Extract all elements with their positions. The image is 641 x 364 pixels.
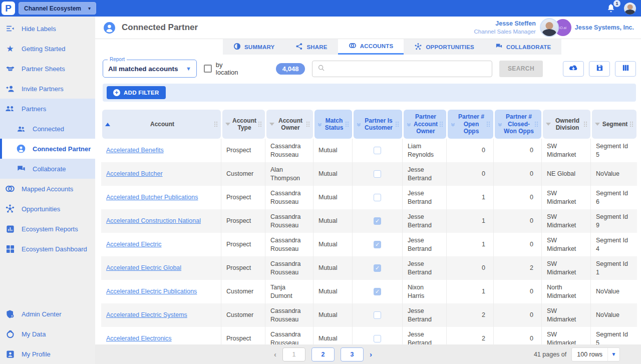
search-button[interactable]: SEARCH: [499, 61, 543, 77]
open-opps-cell: 0: [447, 162, 494, 186]
columns-button[interactable]: [615, 61, 636, 77]
partner-is-customer-checkbox[interactable]: [374, 194, 381, 201]
partner-is-customer-checkbox[interactable]: [374, 170, 381, 178]
column-header-partner-is-customer[interactable]: Partner Is Customer: [353, 110, 403, 139]
opportunities-icon: [5, 204, 15, 214]
search-input[interactable]: [329, 65, 487, 73]
tab-accounts[interactable]: ACCOUNTS: [338, 39, 404, 55]
table-row[interactable]: Accelerated Butcher Customer Alan Thomps…: [101, 162, 637, 186]
drag-handle-icon[interactable]: [583, 121, 587, 127]
sidebar-item-admin-center[interactable]: Admin Center: [0, 304, 95, 324]
table-row[interactable]: Accelerated Electronics Prospect Cassand…: [101, 327, 637, 344]
account-link[interactable]: Accelerated Benefits: [106, 146, 164, 154]
account-link[interactable]: Accelerated Electric: [106, 240, 161, 248]
notifications-button[interactable]: 1: [606, 3, 617, 14]
partner-is-customer-checkbox[interactable]: [374, 241, 381, 248]
sidebar-item-my-data[interactable]: My Data: [0, 324, 95, 344]
drag-handle-icon[interactable]: [258, 121, 262, 127]
page-button-1[interactable]: 1: [282, 347, 305, 361]
sidebar-item-invite-partners[interactable]: Invite Partners: [0, 79, 95, 99]
sidebar-item-partner-sheets[interactable]: Partner Sheets: [0, 59, 95, 79]
sort-icon[interactable]: [545, 123, 552, 126]
drag-handle-icon[interactable]: [439, 121, 443, 127]
drag-handle-icon[interactable]: [345, 121, 349, 127]
partner-is-customer-checkbox[interactable]: [374, 288, 381, 295]
account-link[interactable]: Accelerated Electric Systems: [106, 311, 187, 319]
partner-is-customer-checkbox[interactable]: [374, 335, 381, 342]
sort-asc-icon[interactable]: [104, 123, 111, 126]
partnertap-logo[interactable]: P: [2, 2, 15, 15]
drag-handle-icon[interactable]: [486, 121, 490, 127]
table-row[interactable]: Accelerated Electric Prospect Cassandra …: [101, 233, 637, 256]
sidebar-item-opportunities[interactable]: Opportunities: [0, 199, 95, 219]
workspace-selector[interactable]: Channel Ecosystem ▾: [19, 2, 96, 15]
table-row[interactable]: Accelerated Electric Systems Customer Ca…: [101, 303, 637, 327]
tab-summary[interactable]: SUMMARY: [223, 39, 285, 55]
drag-handle-icon[interactable]: [395, 121, 399, 127]
sort-icon[interactable]: [497, 122, 504, 127]
report-select[interactable]: Report All matched accounts ▼: [103, 60, 197, 78]
sidebar-item-collaborate[interactable]: Collaborate: [0, 159, 95, 179]
sort-icon[interactable]: [356, 122, 363, 127]
partner-is-customer-checkbox[interactable]: [374, 147, 381, 154]
page-button-3[interactable]: 3: [341, 347, 364, 361]
column-header-partner-closed-won-opps[interactable]: Partner # Closed-Won Opps: [494, 110, 542, 139]
column-header-match-status[interactable]: Match Status: [313, 110, 353, 139]
sidebar-item-connected[interactable]: Connected: [0, 119, 95, 139]
column-header-account-type[interactable]: Account Type: [221, 110, 265, 139]
column-header-segment[interactable]: Segment: [591, 110, 637, 139]
tab-share[interactable]: SHARE: [285, 39, 338, 55]
drag-handle-icon[interactable]: [214, 121, 218, 127]
column-header-account[interactable]: Account: [101, 110, 221, 139]
column-header-account-owner[interactable]: Account Owner: [265, 110, 313, 139]
table-row[interactable]: Accelerated Construction National Prospe…: [101, 209, 637, 233]
sidebar-item-ecosystem-dashboard[interactable]: Ecosystem Dashboard: [0, 239, 95, 259]
sidebar-item-getting-started[interactable]: ★ Getting Started: [0, 39, 95, 59]
sort-icon[interactable]: [316, 122, 324, 127]
tab-collaborate[interactable]: COLLABORATE: [485, 39, 562, 55]
partner-user-avatar[interactable]: [540, 18, 559, 37]
account-link[interactable]: Accelerated Electric Global: [106, 264, 181, 272]
rows-per-page-select[interactable]: 100 rows ▼: [571, 347, 620, 361]
next-page-icon[interactable]: ›: [370, 350, 372, 358]
table-row[interactable]: Accelerated Electric Publications Custom…: [101, 280, 637, 303]
export-button[interactable]: [563, 61, 584, 77]
search-field[interactable]: [312, 61, 492, 77]
user-avatar[interactable]: [624, 3, 636, 15]
sort-icon[interactable]: [268, 123, 275, 126]
sort-icon[interactable]: [224, 123, 231, 126]
sort-icon[interactable]: [450, 122, 457, 127]
account-link[interactable]: Accelerated Electric Publications: [106, 287, 197, 295]
add-filter-button[interactable]: + ADD FILTER: [107, 86, 166, 99]
sort-icon[interactable]: [594, 123, 601, 126]
by-location-checkbox[interactable]: [204, 65, 212, 73]
column-header-ownerid-division[interactable]: OwnerId Division: [542, 110, 591, 139]
sidebar-item-my-profile[interactable]: My Profile: [0, 344, 95, 364]
drag-handle-icon[interactable]: [534, 121, 538, 127]
table-row[interactable]: Accelerated Benefits Prospect Cassandra …: [101, 139, 637, 162]
table-row[interactable]: Accelerated Electric Global Prospect Cas…: [101, 256, 637, 280]
drag-handle-icon[interactable]: [629, 121, 633, 127]
account-link[interactable]: Accelerated Electronics: [106, 334, 172, 342]
page-button-2[interactable]: 2: [311, 347, 335, 361]
column-header-partner-account-owner[interactable]: Partner Account Owner: [403, 110, 447, 139]
account-link[interactable]: Accelerated Butcher Publications: [106, 193, 198, 201]
save-button[interactable]: [589, 61, 610, 77]
partner-is-customer-checkbox[interactable]: [374, 311, 381, 319]
prev-page-icon[interactable]: ‹: [274, 350, 276, 358]
account-link[interactable]: Accelerated Construction National: [106, 217, 201, 225]
tab-opportunities[interactable]: OPPORTUNITIES: [404, 39, 485, 55]
sidebar-item-partners[interactable]: Partners: [0, 99, 95, 119]
partner-is-customer-checkbox[interactable]: [374, 217, 381, 225]
account-link[interactable]: Accelerated Butcher: [106, 170, 163, 178]
by-location-toggle[interactable]: by location: [204, 61, 247, 76]
table-row[interactable]: Accelerated Butcher Publications Prospec…: [101, 186, 637, 209]
partner-is-customer-checkbox[interactable]: [374, 264, 381, 272]
sidebar-item-connected-partner[interactable]: Connected Partner: [0, 139, 95, 159]
sidebar-item-hide-labels[interactable]: Hide Labels: [0, 19, 95, 39]
drag-handle-icon[interactable]: [306, 121, 310, 127]
sidebar-item-ecosystem-reports[interactable]: Ecosystem Reports: [0, 219, 95, 239]
sort-icon[interactable]: [406, 122, 413, 127]
sidebar-item-mapped-accounts[interactable]: Mapped Accounts: [0, 179, 95, 199]
column-header-partner-open-opps[interactable]: Partner # Open Opps: [447, 110, 494, 139]
